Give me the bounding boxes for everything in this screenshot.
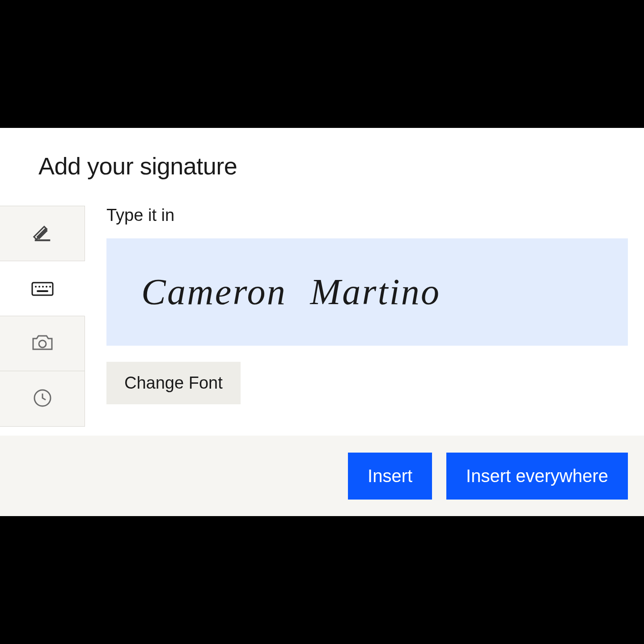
dialog-footer: Insert Insert everywhere — [0, 436, 644, 516]
sidebar-item-photo[interactable] — [0, 316, 85, 371]
sidebar-item-type[interactable] — [0, 261, 85, 316]
change-font-label: Change Font — [124, 373, 223, 392]
keyboard-icon — [31, 279, 54, 298]
svg-point-7 — [39, 340, 46, 347]
signature-mode-sidebar — [0, 206, 85, 427]
pen-icon — [32, 222, 53, 245]
sidebar-item-recent[interactable] — [0, 371, 85, 426]
sidebar-item-draw[interactable] — [0, 206, 85, 261]
type-tab-content: Type it in Cameron Martino Change Font — [106, 206, 628, 404]
signature-dialog: Add your signature — [0, 128, 644, 516]
insert-everywhere-button[interactable]: Insert everywhere — [446, 453, 628, 500]
type-heading: Type it in — [106, 206, 628, 225]
clock-icon — [33, 388, 52, 410]
insert-button[interactable]: Insert — [348, 453, 432, 500]
dialog-title: Add your signature — [38, 152, 237, 180]
camera-icon — [31, 333, 54, 354]
change-font-button[interactable]: Change Font — [106, 362, 241, 404]
signature-text-value: Cameron Martino — [141, 271, 441, 313]
signature-input[interactable]: Cameron Martino — [106, 238, 628, 346]
svg-rect-0 — [32, 283, 53, 295]
